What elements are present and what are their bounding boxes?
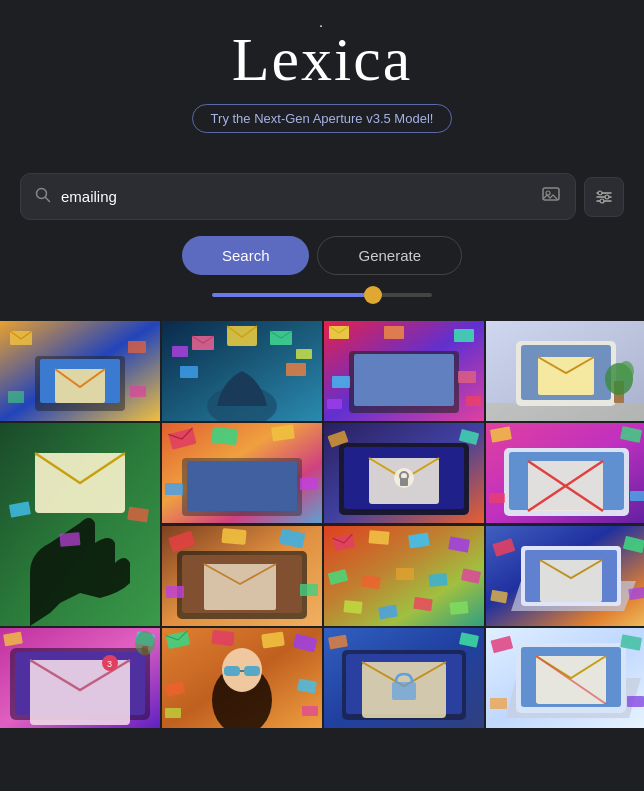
search-icon [35, 187, 51, 207]
grid-item-3[interactable] [324, 321, 484, 421]
logo: Lexica [232, 28, 413, 90]
svg-rect-48 [127, 507, 149, 523]
svg-rect-57 [300, 478, 318, 490]
svg-rect-131 [165, 708, 181, 718]
svg-rect-31 [454, 329, 474, 342]
grid-item-10[interactable] [324, 526, 484, 626]
svg-rect-92 [361, 574, 380, 588]
svg-rect-88 [369, 530, 390, 545]
svg-rect-64 [400, 478, 408, 486]
svg-point-44 [618, 361, 634, 381]
next-gen-banner-button[interactable]: Try the Next-Gen Aperture v3.5 Model! [192, 104, 453, 133]
svg-rect-89 [408, 532, 430, 548]
svg-rect-17 [130, 386, 146, 397]
svg-rect-16 [8, 391, 24, 403]
search-container [0, 173, 644, 220]
grid-item-5[interactable] [0, 423, 160, 626]
svg-rect-56 [165, 483, 183, 495]
grid-item-4[interactable] [486, 321, 644, 421]
svg-rect-15 [128, 341, 146, 353]
grid-item-12[interactable]: 3 [0, 628, 160, 728]
svg-rect-93 [396, 568, 414, 580]
svg-rect-24 [286, 363, 306, 376]
svg-rect-96 [343, 600, 362, 614]
svg-rect-76 [630, 491, 644, 501]
svg-rect-26 [296, 349, 312, 359]
grid-item-2[interactable] [162, 321, 322, 421]
svg-rect-23 [180, 366, 198, 378]
svg-rect-149 [627, 696, 644, 707]
svg-point-3 [546, 191, 550, 195]
svg-point-9 [600, 199, 604, 203]
svg-rect-34 [458, 371, 476, 383]
svg-rect-118 [142, 646, 148, 656]
header: Lexica Try the Next-Gen Aperture v3.5 Mo… [0, 0, 644, 173]
svg-rect-94 [429, 573, 448, 587]
button-row: Search Generate [0, 236, 644, 275]
grid-item-14[interactable] [324, 628, 484, 728]
image-grid: 3 [0, 321, 644, 730]
style-slider[interactable] [212, 293, 432, 297]
svg-rect-137 [392, 682, 416, 700]
slider-container [0, 293, 644, 297]
grid-item-7[interactable] [324, 423, 484, 523]
svg-rect-83 [166, 586, 184, 598]
grid-item-8[interactable] [486, 423, 644, 523]
svg-point-8 [605, 195, 609, 199]
svg-rect-122 [224, 666, 240, 676]
grid-item-9[interactable] [162, 526, 322, 626]
svg-rect-132 [302, 706, 318, 716]
search-bar [20, 173, 576, 220]
grid-item-15[interactable] [486, 628, 644, 728]
svg-rect-33 [332, 376, 350, 388]
grid-item-1[interactable] [0, 321, 160, 421]
svg-rect-108 [628, 586, 644, 599]
svg-rect-52 [187, 461, 297, 511]
svg-rect-98 [413, 596, 432, 610]
svg-rect-35 [327, 399, 342, 409]
svg-line-1 [46, 197, 50, 201]
filter-button[interactable] [584, 177, 624, 217]
svg-rect-123 [244, 666, 260, 676]
svg-rect-36 [466, 396, 481, 406]
svg-point-7 [598, 191, 602, 195]
svg-text:3: 3 [107, 659, 112, 669]
svg-rect-25 [172, 346, 188, 357]
svg-rect-32 [384, 326, 404, 339]
svg-rect-29 [354, 354, 454, 406]
image-search-icon[interactable] [541, 184, 561, 209]
grid-item-13[interactable] [162, 628, 322, 728]
svg-rect-99 [449, 601, 468, 615]
svg-rect-84 [300, 584, 318, 596]
svg-rect-81 [221, 527, 246, 544]
grid-item-11[interactable] [486, 526, 644, 626]
svg-rect-75 [489, 493, 505, 503]
search-input[interactable] [61, 188, 531, 205]
svg-rect-148 [490, 698, 507, 709]
grid-item-6[interactable] [162, 423, 322, 523]
search-button[interactable]: Search [182, 236, 310, 275]
svg-rect-49 [59, 532, 80, 547]
svg-rect-54 [211, 427, 237, 445]
svg-rect-126 [211, 630, 234, 646]
generate-button[interactable]: Generate [317, 236, 462, 275]
